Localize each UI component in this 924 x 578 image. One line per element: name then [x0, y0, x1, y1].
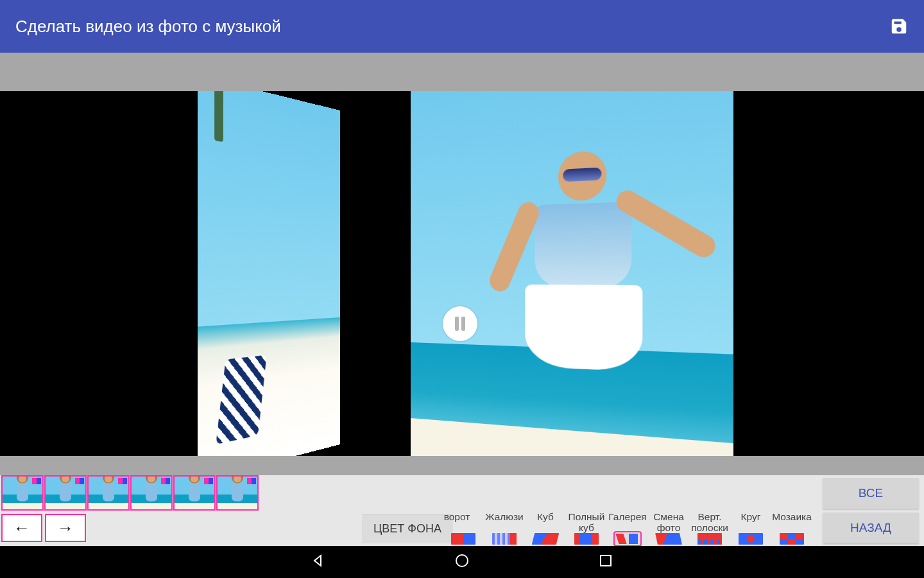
app-bar: Сделать видео из фото с музыкой	[0, 0, 924, 53]
arrow-right-icon: →	[57, 518, 74, 538]
effect-icon	[451, 533, 475, 545]
effect-icon	[780, 533, 804, 545]
effect-circle[interactable]: Круг	[730, 511, 771, 545]
effect-fullcube[interactable]: Полный куб	[566, 511, 607, 545]
side-buttons: ВСЕ НАЗАД	[823, 478, 919, 543]
bottom-panel: ← → ЦВЕТ ФОНА воротЖалюзиКубПолный кубГа…	[0, 475, 924, 546]
effect-label: Мозаика	[771, 511, 812, 533]
all-button-label: ВСЕ	[859, 486, 883, 500]
preview-canvas[interactable]	[0, 91, 924, 456]
nav-recent-icon	[598, 559, 613, 570]
effect-swap[interactable]: Смена фото	[648, 511, 689, 545]
effect-label: Жалюзи	[484, 511, 525, 533]
effect-icon	[492, 533, 517, 545]
move-left-button[interactable]: ←	[1, 514, 42, 542]
nav-home-button[interactable]	[454, 553, 470, 571]
thumbnail[interactable]	[130, 475, 173, 511]
effect-icon	[739, 533, 763, 545]
thumbnail[interactable]	[1, 475, 44, 511]
effect-rotate[interactable]: ворот	[443, 511, 484, 545]
background-color-label: ЦВЕТ ФОНА	[373, 522, 441, 536]
effect-label: Куб	[525, 511, 566, 533]
save-button[interactable]	[889, 17, 909, 36]
preview-area	[0, 53, 924, 475]
effect-label: Смена фото	[648, 511, 689, 533]
android-navbar	[0, 546, 924, 578]
arrow-left-icon: ←	[13, 518, 30, 538]
thumbnail-strip	[1, 475, 259, 511]
nav-back-button[interactable]	[311, 553, 326, 571]
effect-gallery[interactable]: Галерея	[607, 511, 648, 545]
thumbnail[interactable]	[173, 475, 216, 511]
app-title: Сделать видео из фото с музыкой	[15, 17, 281, 37]
slide-previous	[198, 91, 340, 456]
pause-button[interactable]	[443, 306, 477, 341]
nav-recent-button[interactable]	[598, 553, 613, 571]
nav-home-icon	[454, 559, 470, 570]
reorder-controls: ← →	[1, 514, 86, 542]
effect-icon	[655, 533, 682, 545]
svg-rect-1	[601, 556, 611, 566]
effect-label: Круг	[730, 511, 771, 533]
effect-vstripes[interactable]: Верт. полоски	[689, 511, 730, 545]
move-right-button[interactable]: →	[45, 514, 86, 542]
effect-icon	[615, 533, 640, 545]
effect-icon	[574, 533, 599, 545]
effect-label: Верт. полоски	[689, 511, 730, 533]
effect-label: Полный куб	[566, 511, 607, 533]
save-icon	[889, 17, 909, 36]
effect-label: ворот	[443, 511, 484, 533]
all-button[interactable]: ВСЕ	[823, 478, 919, 509]
effect-blinds[interactable]: Жалюзи	[484, 511, 525, 545]
back-button[interactable]: НАЗАД	[823, 512, 919, 543]
thumbnail[interactable]	[216, 475, 259, 511]
background-color-button[interactable]: ЦВЕТ ФОНА	[362, 514, 453, 543]
svg-point-0	[456, 555, 468, 566]
effect-cube[interactable]: Куб	[525, 511, 566, 545]
effect-icon	[697, 533, 722, 545]
effects-strip[interactable]: воротЖалюзиКубПолный кубГалереяСмена фот…	[443, 511, 815, 546]
pause-icon	[455, 317, 465, 331]
effect-mosaic[interactable]: Мозаика	[771, 511, 812, 545]
effect-label: Галерея	[607, 511, 648, 533]
thumbnail[interactable]	[44, 475, 87, 511]
effect-icon	[532, 533, 559, 545]
nav-back-icon	[311, 559, 326, 570]
thumbnail[interactable]	[87, 475, 130, 511]
back-button-label: НАЗАД	[850, 521, 891, 535]
slide-current	[411, 91, 733, 456]
